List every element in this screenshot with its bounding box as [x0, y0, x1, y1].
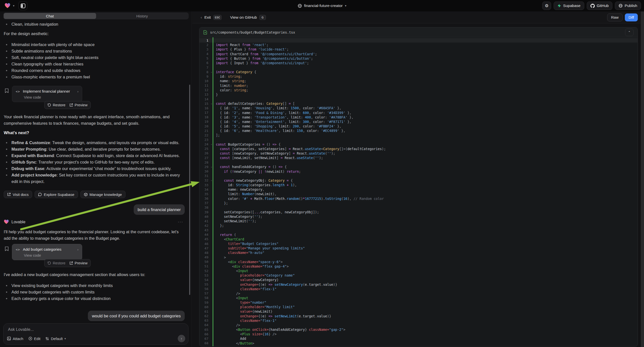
chevron-down-icon: ▾ — [64, 337, 66, 340]
diff-toggle-button[interactable]: Diff — [625, 14, 638, 22]
code-line: 5import { Button } from '@/components/ui… — [200, 56, 638, 61]
project-switcher[interactable]: financial-future-creator ▾ — [298, 4, 346, 8]
line-number: 48 — [200, 251, 212, 255]
restore-button[interactable]: Restore — [48, 261, 66, 265]
fold-chevron-icon[interactable]: ⌄ — [211, 165, 212, 168]
line-number: 30 — [200, 170, 212, 173]
chat-scrollbar[interactable] — [189, 85, 190, 295]
code-text: name: newCategory, — [212, 188, 264, 192]
line-number: 51 — [200, 264, 212, 268]
list-item: Minimalist interface with plenty of whit… — [4, 41, 185, 48]
fold-chevron-icon[interactable]: ⌄ — [211, 70, 212, 73]
code-line: 42 }; — [200, 223, 638, 228]
code-line: 21 { id: '6', name: 'Healthcare', limit:… — [200, 128, 638, 133]
bookmark-icon[interactable] — [5, 88, 9, 93]
code-text: id: string; — [212, 74, 242, 78]
code-line: 7 — [200, 65, 638, 70]
page-scrollbar[interactable] — [641, 12, 644, 347]
line-number: 31 — [200, 174, 212, 178]
toggle-sidebar-button[interactable] — [18, 1, 28, 10]
version-card-toolbar: Restore Preview — [44, 101, 90, 109]
list-item: Soft, neutral color palette with light b… — [4, 54, 185, 61]
fold-chevron-icon[interactable]: ⌄ — [211, 102, 212, 104]
line-number: 61 — [200, 310, 212, 314]
code-line: 43 — [200, 228, 638, 232]
view-code-link[interactable]: View code — [16, 253, 78, 258]
code-line: 24⌄const BudgetCategories = () => { — [200, 142, 638, 146]
message-menu-button[interactable]: ··· — [178, 220, 183, 224]
version-card-implement-financial-planner[interactable]: <> Implement financial planner › View co… — [12, 86, 82, 102]
tab-chat[interactable]: Chat — [4, 13, 96, 19]
send-button[interactable]: ↑ — [178, 335, 185, 342]
raw-toggle-button[interactable]: Raw — [607, 14, 622, 22]
line-number: 46 — [200, 242, 212, 246]
exit-button[interactable]: Exit — [204, 15, 211, 20]
code-text: className="flex-1" — [212, 318, 276, 322]
supabase-button[interactable]: Supabase — [554, 2, 584, 10]
line-number: 55 — [200, 282, 212, 286]
code-line: 68 </Button> — [200, 341, 638, 345]
preview-button[interactable]: Preview — [70, 261, 88, 265]
mode-selector[interactable]: Default ▾ — [45, 336, 66, 341]
file-path: src/components/budget/BudgetCategories.t… — [210, 30, 622, 34]
code-line: 50 <div className="space-y-6"> — [200, 260, 638, 264]
bookmark-icon[interactable] — [5, 246, 9, 251]
list-item: Clean, intuitive navigation — [4, 21, 185, 28]
line-number: 8⌄ — [200, 70, 212, 74]
fold-chevron-icon[interactable]: ⌄ — [211, 179, 212, 181]
edit-label: Edit — [34, 336, 40, 341]
view-code-link[interactable]: View code — [16, 95, 78, 99]
code-line: 36 color: '#' + Math.floor(Math.random()… — [200, 196, 638, 201]
view-on-github-button[interactable]: View on GitHub — [230, 15, 257, 20]
code-text: > — [212, 256, 226, 260]
visit-docs-button[interactable]: Visit docs — [4, 191, 32, 198]
restore-button[interactable]: Restore — [48, 103, 66, 107]
file-path-bar[interactable]: src/components/budget/BudgetCategories.t… — [200, 28, 638, 37]
code-line: 53 placeholder="Category name" — [200, 273, 638, 278]
preview-button[interactable]: Preview — [70, 103, 88, 107]
line-number: 6 — [200, 61, 212, 65]
chat-composer[interactable]: Ask Lovable... Attach Edit Default ▾ ↑ — [3, 323, 188, 345]
version-card-add-budget-categories[interactable]: <> Add budget categories › View code Res… — [12, 244, 82, 260]
attach-button[interactable]: Attach — [7, 336, 24, 341]
project-title: financial-future-creator — [304, 4, 342, 8]
code-body[interactable]: 12import React from 'react';3import { Pl… — [200, 37, 638, 346]
chat-message-list[interactable]: Clean, intuitive navigation For the desi… — [0, 20, 192, 323]
list-item: View existing budget categories with the… — [4, 282, 185, 289]
publish-label: Publish — [624, 4, 637, 8]
code-text: <Plus size={16} /> — [212, 332, 276, 336]
publish-button[interactable]: Publish — [615, 2, 641, 10]
settings-button[interactable]: ⚙ — [542, 2, 551, 10]
code-text: subtitle="Manage your spending limits" — [212, 246, 305, 250]
explore-supabase-button[interactable]: Explore Supabase — [34, 191, 78, 198]
chat-input[interactable]: Ask Lovable... — [8, 327, 184, 332]
code-text: onChange={(e) => setNewCategory(e.target… — [212, 282, 337, 286]
manage-knowledge-button[interactable]: Manage knowledge — [80, 191, 126, 198]
line-number: 44 — [200, 233, 212, 236]
publish-globe-icon — [618, 4, 622, 8]
fold-chevron-icon[interactable]: ⌄ — [211, 143, 212, 145]
code-text: color: '#' + Math.floor(Math.random()*16… — [212, 197, 384, 201]
logo-chevron-down-icon[interactable]: ▾ — [13, 4, 14, 8]
collapse-file-button[interactable]: ⌃ — [625, 29, 634, 36]
code-text: const [categories, setCategories] = Reac… — [212, 147, 386, 151]
code-line: 20 { id: '5', name: 'Shopping', limit: 2… — [200, 124, 638, 128]
line-number: 37 — [200, 201, 212, 205]
code-text: const handleAddCategory = () => { — [212, 165, 287, 169]
lovable-logo[interactable] — [4, 3, 10, 8]
code-text: } — [212, 92, 218, 96]
list-item: Glass-morphic elements for a premium fee… — [4, 74, 185, 80]
code-text: setNewCategory(''); — [212, 214, 262, 218]
code-icon: <> — [16, 90, 20, 93]
tab-history[interactable]: History — [96, 13, 188, 19]
edit-button[interactable]: Edit — [28, 336, 40, 341]
code-line: 62 onChange={(e) => setNewLimit(e.target… — [200, 314, 638, 318]
github-button[interactable]: GitHub — [587, 2, 612, 10]
project-chevron-down-icon: ▾ — [345, 4, 346, 8]
code-line: 18 { id: '3', name: 'Transportation', li… — [200, 115, 638, 120]
code-text: placeholder="Category name" — [212, 273, 295, 277]
code-text: const newCategoryObj: Category = { — [212, 178, 293, 182]
line-number: 60 — [200, 305, 212, 309]
code-text: { id: '1', name: 'Housing', limit: 1500,… — [212, 106, 341, 110]
code-viewer-header: ‹ Exit ESC View on GitHub G Raw Diff — [192, 12, 644, 24]
